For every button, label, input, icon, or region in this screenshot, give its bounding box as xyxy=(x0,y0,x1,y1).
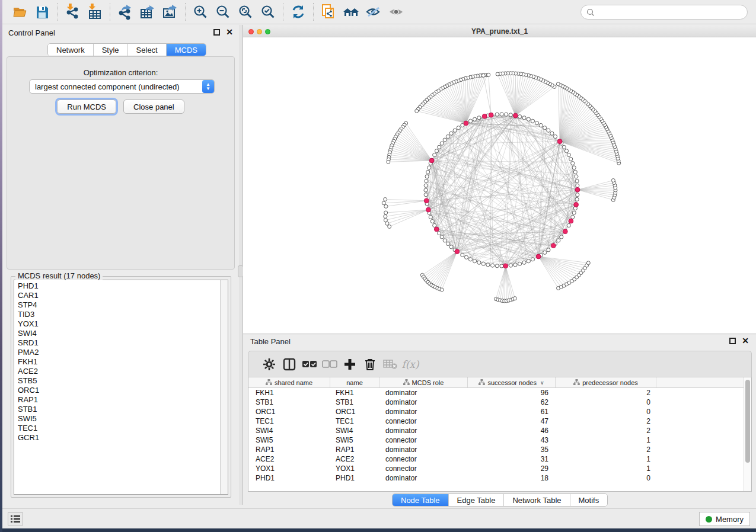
hide-selected-button[interactable] xyxy=(362,2,385,22)
network-node[interactable] xyxy=(539,123,543,127)
mcds-hub-node[interactable] xyxy=(551,243,556,248)
network-node[interactable] xyxy=(571,215,575,219)
cell-MCDS-role[interactable]: dominator xyxy=(379,389,468,397)
network-node[interactable] xyxy=(531,258,534,261)
network-node[interactable] xyxy=(388,225,391,229)
network-node[interactable] xyxy=(481,73,485,77)
export-image-button[interactable] xyxy=(159,2,181,22)
network-node[interactable] xyxy=(527,259,530,263)
first-neighbors-button[interactable] xyxy=(340,2,362,22)
show-column-button[interactable] xyxy=(279,354,299,374)
network-node[interactable] xyxy=(495,113,499,116)
network-node[interactable] xyxy=(424,188,428,192)
network-node[interactable] xyxy=(575,175,578,178)
cell-successor-nodes[interactable]: 47 xyxy=(468,417,556,425)
mcds-result-scrollbar[interactable] xyxy=(221,280,228,495)
network-node[interactable] xyxy=(384,219,387,222)
mcds-hub-node[interactable] xyxy=(434,227,439,232)
select-all-button[interactable] xyxy=(299,354,320,374)
network-node[interactable] xyxy=(424,184,428,187)
cell-MCDS-role[interactable]: connector xyxy=(379,417,468,425)
optimization-criterion-dropdown[interactable]: largest connected component (undirected)… xyxy=(29,79,215,94)
cell-name[interactable]: ORC1 xyxy=(330,408,379,416)
network-node[interactable] xyxy=(567,153,570,156)
zoom-in-button[interactable] xyxy=(189,2,212,22)
show-all-button[interactable] xyxy=(385,2,407,22)
cell-shared-name[interactable]: PHD1 xyxy=(248,474,330,482)
cell-predecessor-nodes[interactable]: 1 xyxy=(556,464,656,473)
mcds-hub-node[interactable] xyxy=(455,249,460,254)
network-node[interactable] xyxy=(513,263,517,267)
network-node[interactable] xyxy=(435,149,438,153)
mcds-result-item[interactable]: ACE2 xyxy=(18,367,221,376)
vertical-splitter[interactable] xyxy=(239,25,243,505)
network-node[interactable] xyxy=(575,180,579,183)
network-node[interactable] xyxy=(567,223,570,227)
network-node[interactable] xyxy=(384,198,387,201)
table-settings-button[interactable] xyxy=(259,354,279,374)
cell-predecessor-nodes[interactable]: 0 xyxy=(556,474,656,482)
network-node[interactable] xyxy=(443,239,446,242)
apply-layout-button[interactable] xyxy=(287,2,310,22)
network-node[interactable] xyxy=(425,175,429,178)
network-node[interactable] xyxy=(573,170,577,174)
mcds-hub-node[interactable] xyxy=(464,121,468,126)
import-table-button[interactable] xyxy=(84,2,106,22)
network-node[interactable] xyxy=(438,145,441,149)
mcds-result-item[interactable]: STB5 xyxy=(18,376,221,386)
close-panel-button[interactable]: Close panel xyxy=(123,100,184,114)
table-row[interactable]: ACE2ACE2connector311 xyxy=(248,454,744,464)
close-panel-icon[interactable]: ✕ xyxy=(226,29,233,36)
network-node[interactable] xyxy=(522,261,526,264)
mcds-result-item[interactable]: TEC1 xyxy=(18,424,221,433)
network-node[interactable] xyxy=(500,264,503,268)
network-node[interactable] xyxy=(438,232,441,235)
network-node[interactable] xyxy=(468,258,472,261)
float-table-panel-button[interactable] xyxy=(729,338,736,344)
cell-name[interactable]: YOX1 xyxy=(330,464,379,473)
network-node[interactable] xyxy=(384,211,388,214)
network-node[interactable] xyxy=(491,264,495,267)
search-field[interactable] xyxy=(580,5,748,20)
mcds-result-item[interactable]: YOX1 xyxy=(18,319,221,329)
create-column-button[interactable] xyxy=(340,354,360,374)
cell-name[interactable]: TEC1 xyxy=(330,417,379,425)
network-node[interactable] xyxy=(496,72,499,76)
cell-shared-name[interactable]: SWI4 xyxy=(248,427,330,435)
table-row[interactable]: RAP1RAP1dominator352 xyxy=(248,445,744,454)
zoom-fit-button[interactable] xyxy=(234,2,257,22)
cell-MCDS-role[interactable]: dominator xyxy=(379,474,468,482)
mcds-hub-node[interactable] xyxy=(426,207,431,212)
table-row[interactable]: SWI4SWI4dominator462 xyxy=(248,426,744,435)
network-node[interactable] xyxy=(384,204,388,208)
network-node[interactable] xyxy=(576,184,579,187)
network-node[interactable] xyxy=(429,215,432,219)
network-node[interactable] xyxy=(518,115,522,118)
network-node[interactable] xyxy=(477,261,481,264)
cell-MCDS-role[interactable]: dominator xyxy=(379,398,468,406)
network-node[interactable] xyxy=(473,117,477,121)
network-node[interactable] xyxy=(486,263,490,267)
cell-successor-nodes[interactable]: 29 xyxy=(468,464,556,473)
network-node[interactable] xyxy=(547,129,550,132)
network-node[interactable] xyxy=(461,253,464,257)
table-row[interactable]: YOX1YOX1connector291 xyxy=(248,464,744,473)
cell-successor-nodes[interactable]: 31 xyxy=(468,455,556,463)
network-node[interactable] xyxy=(543,126,547,130)
import-network-button[interactable] xyxy=(61,2,84,22)
network-node[interactable] xyxy=(440,142,444,145)
network-node[interactable] xyxy=(572,211,576,214)
network-graph[interactable] xyxy=(243,37,756,333)
cell-name[interactable]: RAP1 xyxy=(330,446,379,454)
column-header-predecessor-nodes[interactable]: predecessor nodes xyxy=(556,377,656,387)
network-node[interactable] xyxy=(562,145,566,149)
network-node[interactable] xyxy=(576,193,579,197)
cell-predecessor-nodes[interactable]: 2 xyxy=(556,389,656,397)
cell-shared-name[interactable]: RAP1 xyxy=(248,446,330,454)
cell-MCDS-role[interactable]: connector xyxy=(379,436,468,444)
float-panel-button[interactable] xyxy=(213,29,220,36)
tab-network[interactable]: Network xyxy=(48,44,94,56)
mcds-hub-node[interactable] xyxy=(574,203,579,207)
cell-shared-name[interactable]: STB1 xyxy=(248,398,330,406)
network-node[interactable] xyxy=(433,223,436,227)
